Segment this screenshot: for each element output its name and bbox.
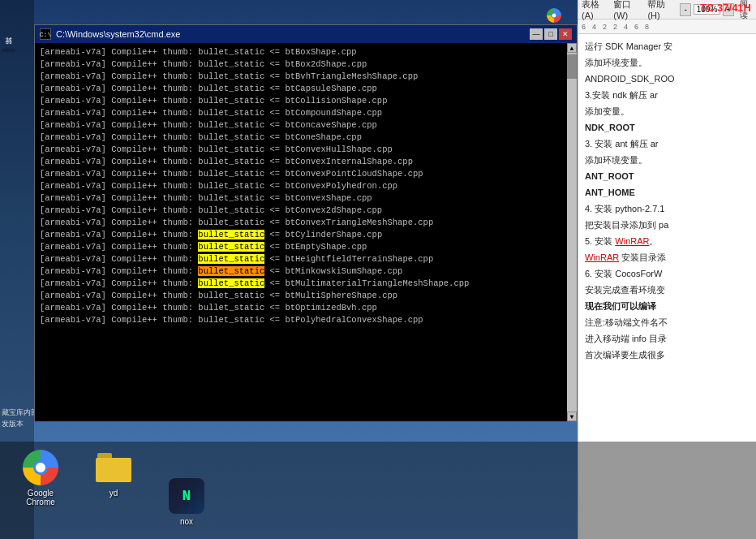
cmd-titlebar: C:\ C:\Windows\system32\cmd.exe — □ ✕ — [35, 25, 577, 43]
zoom-out-button[interactable]: - — [680, 3, 690, 16]
cmd-line: [armeabi-v7a] Compile++ thumb: bullet_st… — [40, 314, 562, 326]
chrome-icon-img — [23, 450, 58, 485]
doc-line: 现在我们可以编译 — [585, 299, 750, 313]
doc-line: 注意:移动端文件名不 — [585, 315, 750, 330]
doc-content: 运行 SDK Manager 安添加环境变量。ANDROID_SDK_ROO3.… — [578, 34, 756, 369]
folder-icon-img — [96, 450, 131, 485]
cmd-line: [armeabi-v7a] Compile++ thumb: bullet_st… — [40, 290, 562, 302]
doc-line: NDK_ROOT — [585, 120, 750, 135]
close-button[interactable]: ✕ — [559, 28, 572, 40]
cmd-controls[interactable]: — □ ✕ — [530, 28, 572, 40]
doc-line: WinRAR 安装目录添 — [585, 250, 750, 265]
cmd-line: [armeabi-v7a] Compile++ thumb: bullet_st… — [40, 302, 562, 314]
chrome-icon-label: GoogleChrome — [26, 489, 55, 507]
cmd-line: [armeabi-v7a] Compile++ thumb: bullet_st… — [40, 265, 562, 278]
cmd-lines: [armeabi-v7a] Compile++ thumb: bullet_st… — [40, 46, 573, 326]
desktop: TC 37/41H 计算 C:\ C:\Windows\system32\cmd… — [0, 0, 756, 539]
desktop-icon-nox[interactable]: N nox — [162, 478, 211, 526]
topleft-label: 计算 — [2, 49, 15, 52]
cmd-line: [armeabi-v7a] Compile++ thumb: bullet_st… — [40, 217, 562, 229]
toolbar-window[interactable]: 窗口(W) — [613, 0, 642, 20]
doc-line: 6. 安装 CocosForW — [585, 266, 750, 281]
cmd-title-text: C:\Windows\system32\cmd.exe — [56, 29, 180, 39]
ruler: 6422468 — [578, 19, 756, 34]
doc-line: 5. 安装 WinRAR。 — [585, 234, 750, 248]
desktop-icon-folder[interactable]: yd — [89, 450, 138, 498]
cmd-title-left: C:\ C:\Windows\system32\cmd.exe — [40, 28, 180, 40]
cmd-line: [armeabi-v7a] Compile++ thumb: bullet_st… — [40, 205, 562, 217]
nox-icon-img: N — [169, 478, 204, 514]
doc-line: 添加环境变量。 — [585, 55, 750, 70]
toolbar-table[interactable]: 表格(A) — [582, 0, 608, 20]
cmd-content: [armeabi-v7a] Compile++ thumb: bullet_st… — [35, 43, 577, 421]
doc-line: 添加环境变量。 — [585, 153, 750, 167]
desktop-icon-chrome[interactable]: GoogleChrome — [16, 450, 65, 507]
cmd-line: [armeabi-v7a] Compile++ thumb: bullet_st… — [40, 192, 562, 205]
cmd-line: [armeabi-v7a] Compile++ thumb: bullet_st… — [40, 83, 562, 95]
cmd-icon: C:\ — [40, 28, 51, 40]
cmd-line: [armeabi-v7a] Compile++ thumb: bullet_st… — [40, 278, 562, 290]
doc-line: 首次编译要生成很多 — [585, 347, 750, 362]
cmd-line: [armeabi-v7a] Compile++ thumb: bullet_st… — [40, 46, 562, 58]
folder-icon — [96, 453, 131, 482]
chrome-small-icon — [547, 8, 561, 23]
folder-icon-label: yd — [110, 489, 118, 498]
doc-line: 进入移动端 info 目录 — [585, 331, 750, 346]
cmd-line: [armeabi-v7a] Compile++ thumb: bullet_st… — [40, 58, 562, 71]
doc-line: 运行 SDK Manager 安 — [585, 39, 750, 54]
scrollbar-up-button[interactable]: ▲ — [567, 43, 577, 53]
cmd-line: [armeabi-v7a] Compile++ thumb: bullet_st… — [40, 168, 562, 180]
cmd-line: [armeabi-v7a] Compile++ thumb: bullet_st… — [40, 229, 562, 241]
doc-line: 4. 安装 python-2.7.1 — [585, 201, 750, 216]
cmd-line: [armeabi-v7a] Compile++ thumb: bullet_st… — [40, 241, 562, 253]
cmd-line: [armeabi-v7a] Compile++ thumb: bullet_st… — [40, 95, 562, 107]
nox-icon: N — [169, 478, 204, 514]
doc-line: 3. 安装 ant 解压 ar — [585, 136, 750, 151]
maximize-button[interactable]: □ — [544, 28, 557, 40]
cmd-line: [armeabi-v7a] Compile++ thumb: bullet_st… — [40, 71, 562, 83]
nox-icon-label: nox — [180, 517, 193, 526]
doc-line: 添加变量。 — [585, 104, 750, 119]
toolbar-help[interactable]: 帮助(H) — [647, 0, 675, 20]
doc-line: 把安装目录添加到 pa — [585, 218, 750, 232]
cmd-line: [armeabi-v7a] Compile++ thumb: bullet_st… — [40, 144, 562, 156]
doc-line: 3.安装 ndk 解压 ar — [585, 88, 750, 102]
cmd-line: [armeabi-v7a] Compile++ thumb: bullet_st… — [40, 253, 562, 265]
cmd-scrollbar[interactable]: ▲ ▼ — [567, 43, 577, 421]
cmd-line: [armeabi-v7a] Compile++ thumb: bullet_st… — [40, 119, 562, 132]
chrome-icon — [23, 450, 58, 485]
cmd-window: C:\ C:\Windows\system32\cmd.exe — □ ✕ [a… — [34, 24, 578, 422]
cmd-line: [armeabi-v7a] Compile++ thumb: bullet_st… — [40, 180, 562, 192]
scrollbar-down-button[interactable]: ▼ — [567, 412, 577, 421]
doc-line: ANDROID_SDK_ROO — [585, 71, 750, 86]
doc-line: ANT_HOME — [585, 185, 750, 200]
doc-line: ANT_ROOT — [585, 169, 750, 183]
taskbar: GoogleChrome yd N nox — [0, 442, 756, 539]
doc-line: 安装完成查看环境变 — [585, 282, 750, 297]
cmd-line: [armeabi-v7a] Compile++ thumb: bullet_st… — [40, 132, 562, 144]
scrollbar-thumb[interactable] — [567, 54, 577, 79]
minimize-button[interactable]: — — [530, 28, 543, 40]
cmd-line: [armeabi-v7a] Compile++ thumb: bullet_st… — [40, 156, 562, 168]
timer-display: TC 37/41H — [700, 2, 751, 14]
cmd-line: [armeabi-v7a] Compile++ thumb: bullet_st… — [40, 107, 562, 119]
